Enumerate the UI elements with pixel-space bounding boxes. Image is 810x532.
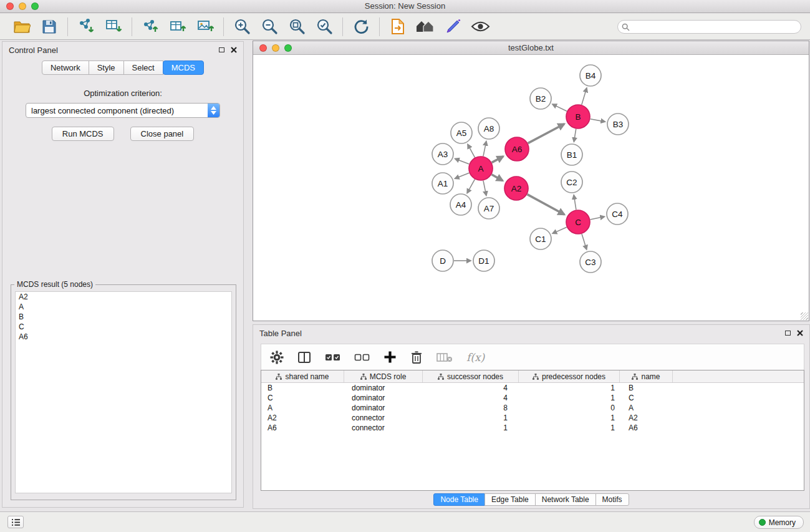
float-panel-icon[interactable] [219, 47, 224, 52]
search-input[interactable] [617, 20, 801, 34]
graph-edge-C-C2[interactable] [574, 195, 576, 210]
graph-edge-B-B3[interactable] [591, 119, 605, 122]
graph-node-A5[interactable]: A5 [451, 122, 472, 143]
close-window-button[interactable] [6, 2, 14, 10]
add-row-button[interactable] [383, 351, 397, 364]
zoom-out-button[interactable] [259, 16, 280, 37]
result-item[interactable]: B [16, 312, 231, 322]
graph-node-B[interactable]: B [566, 105, 590, 128]
deselect-all-button[interactable] [354, 352, 370, 362]
select-all-button[interactable] [325, 352, 340, 362]
graph-node-A[interactable]: A [469, 157, 493, 180]
result-item[interactable]: A6 [16, 332, 231, 342]
resize-grip[interactable] [801, 312, 808, 320]
graph-node-B2[interactable]: B2 [530, 88, 551, 109]
graph-edge-A-A1[interactable] [455, 173, 470, 178]
graph-node-B3[interactable]: B3 [607, 114, 629, 135]
table-row[interactable]: A6connector11A6 [261, 423, 804, 433]
export-table-button[interactable] [167, 16, 188, 37]
graph-node-D[interactable]: D [432, 250, 453, 271]
graph-edge-A-A5[interactable] [468, 144, 475, 157]
open-file-button[interactable] [387, 16, 408, 37]
export-network-button[interactable] [140, 16, 161, 37]
hide-column-button[interactable] [436, 352, 453, 363]
show-panels-button[interactable] [7, 516, 24, 528]
show-columns-button[interactable] [297, 351, 311, 364]
import-table-button[interactable] [103, 16, 124, 37]
graph-node-B1[interactable]: B1 [561, 144, 582, 165]
graph-edge-A-A2[interactable] [491, 175, 503, 181]
graph-edge-B-B2[interactable] [552, 104, 567, 111]
column-header-successor-nodes[interactable]: successor nodes [423, 370, 519, 382]
close-network-button[interactable] [259, 44, 267, 52]
minimize-network-button[interactable] [272, 44, 279, 52]
column-header-shared-name[interactable]: shared name [261, 370, 344, 382]
graph-edge-A-A6[interactable] [492, 157, 503, 163]
zoom-in-button[interactable] [231, 16, 253, 37]
graph-edge-A-A8[interactable] [483, 142, 486, 157]
network-canvas[interactable]: B4B2BB3A5A8A6A3B1AC2A1A2A4A7C4CC1C3DD1 [253, 56, 809, 321]
network-window-titlebar[interactable]: testGlobe.txt [253, 41, 809, 55]
zoom-network-button[interactable] [284, 44, 292, 52]
close-panel-button[interactable]: Close panel [130, 127, 195, 141]
column-header-name[interactable]: name [620, 370, 673, 382]
table-row[interactable]: A2connector11A2 [261, 413, 804, 423]
graph-edge-A-A7[interactable] [483, 181, 486, 196]
graph-node-A6[interactable]: A6 [505, 137, 529, 161]
table-row[interactable]: Adominator80A [261, 403, 804, 413]
graph-node-A8[interactable]: A8 [478, 118, 499, 139]
float-table-panel-icon[interactable] [785, 331, 791, 336]
graph-node-A3[interactable]: A3 [432, 143, 453, 165]
tab-network[interactable]: Network [42, 60, 89, 75]
mcds-result-list[interactable]: A2ABCA6 [15, 291, 232, 493]
export-image-button[interactable] [195, 16, 216, 37]
column-header-mcds-role[interactable]: MCDS role [344, 370, 423, 382]
graph-node-A7[interactable]: A7 [478, 198, 499, 219]
tab-select[interactable]: Select [123, 60, 163, 75]
graph-edge-B-B4[interactable] [582, 88, 587, 105]
graph-node-C2[interactable]: C2 [561, 172, 582, 193]
graph-node-C1[interactable]: C1 [530, 228, 551, 249]
tab-mcds[interactable]: MCDS [163, 60, 204, 75]
apply-layout-button[interactable] [350, 16, 372, 37]
graph-edge-C-C3[interactable] [582, 234, 587, 249]
graph-edge-C-C1[interactable] [552, 227, 567, 233]
tab-motifs[interactable]: Motifs [595, 493, 629, 506]
close-panel-icon[interactable] [231, 47, 237, 53]
table-row[interactable]: Bdominator41B [261, 383, 804, 393]
graph-edge-B-B1[interactable] [574, 129, 576, 142]
home-button[interactable] [415, 16, 436, 37]
result-item[interactable]: A2 [16, 292, 231, 302]
column-header-predecessor-nodes[interactable]: predecessor nodes [519, 370, 620, 382]
tab-network-table[interactable]: Network Table [535, 493, 596, 506]
tab-edge-table[interactable]: Edge Table [485, 493, 536, 506]
graph-edge-A-A4[interactable] [467, 180, 475, 193]
memory-button[interactable]: Memory [754, 516, 804, 529]
tab-node-table[interactable]: Node Table [433, 493, 485, 506]
graph-node-A2[interactable]: A2 [504, 177, 528, 200]
zoom-selected-button[interactable] [314, 16, 335, 37]
optimization-dropdown[interactable]: largest connected component (directed) [26, 103, 220, 118]
show-graphics-button[interactable] [470, 16, 491, 37]
save-session-button[interactable] [39, 16, 60, 37]
style-button[interactable] [442, 16, 463, 37]
open-session-button[interactable] [11, 16, 32, 37]
graph-node-A4[interactable]: A4 [450, 194, 471, 215]
graph-edge-C-C4[interactable] [591, 216, 605, 220]
zoom-window-button[interactable] [31, 2, 39, 10]
table-row[interactable]: Cdominator41C [261, 393, 804, 403]
zoom-fit-button[interactable] [286, 16, 307, 37]
graph-edge-A6-B[interactable] [528, 124, 564, 143]
import-network-button[interactable] [75, 16, 97, 37]
graph-node-C3[interactable]: C3 [580, 251, 601, 273]
result-item[interactable]: C [16, 322, 231, 332]
minimize-window-button[interactable] [19, 2, 26, 10]
graph-node-C[interactable]: C [566, 210, 590, 234]
graph-edge-A-A3[interactable] [455, 158, 470, 164]
graph-node-D1[interactable]: D1 [473, 250, 494, 271]
graph-edge-A2-C[interactable] [528, 195, 564, 215]
table-settings-button[interactable] [270, 351, 284, 364]
run-mcds-button[interactable]: Run MCDS [52, 127, 114, 141]
tab-style[interactable]: Style [89, 60, 124, 75]
result-item[interactable]: A [16, 302, 231, 312]
